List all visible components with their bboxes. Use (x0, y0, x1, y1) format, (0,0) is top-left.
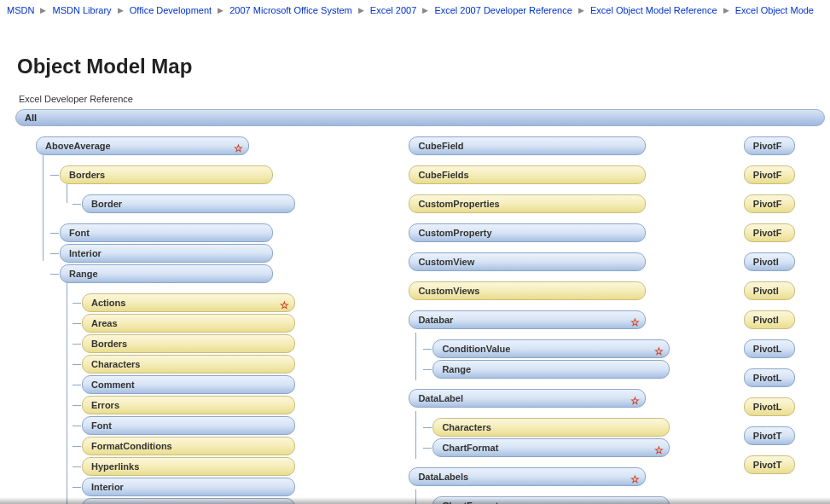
node-interior[interactable]: Interior (60, 244, 273, 263)
node-label: PivotI (753, 286, 779, 296)
node-areas[interactable]: Areas (82, 314, 295, 333)
node-range[interactable]: Range (60, 264, 273, 283)
node-border[interactable]: Border (82, 194, 295, 213)
node-label: CubeField (418, 141, 463, 151)
node-label: PivotL (753, 373, 782, 383)
node-characters2[interactable]: Characters (432, 418, 670, 437)
breadcrumb: MSDN ▶ MSDN Library ▶ Office Development… (0, 0, 830, 15)
node-pivot-0[interactable]: PivotF (744, 136, 795, 155)
node-label: Interior (91, 482, 124, 492)
page-subtitle: Excel Developer Reference (19, 94, 830, 104)
breadcrumb-link[interactable]: Excel 2007 Developer Reference (434, 5, 572, 15)
node-chartformat[interactable]: ChartFormat ☆ (432, 438, 670, 457)
node-pivot-6[interactable]: PivotI (744, 310, 795, 329)
chevron-right-icon: ▶ (40, 6, 46, 14)
breadcrumb-link[interactable]: Excel Object Model Reference (590, 5, 717, 15)
node-label: Borders (91, 339, 127, 349)
node-actions[interactable]: Actions ☆ (82, 293, 295, 312)
node-cubefield[interactable]: CubeField (409, 136, 646, 155)
node-label: Characters (442, 422, 490, 432)
tree-column-a: AboveAverage ☆ Borders Border Font Inter… (26, 136, 373, 504)
node-datalabel[interactable]: DataLabel ☆ (409, 389, 646, 408)
filter-all-label: All (25, 113, 37, 123)
chevron-right-icon: ▶ (218, 6, 223, 14)
node-label: PivotF (753, 170, 782, 180)
star-icon: ☆ (280, 297, 289, 314)
node-font2[interactable]: Font (82, 416, 295, 435)
node-pivot-3[interactable]: PivotF (744, 223, 795, 242)
node-pivot-1[interactable]: PivotF (744, 165, 795, 184)
node-label: ConditionValue (442, 344, 510, 354)
node-label: CustomView (418, 257, 474, 267)
breadcrumb-link[interactable]: Office Development (130, 5, 212, 15)
node-label: PivotT (753, 460, 782, 470)
node-formatconditions[interactable]: FormatConditions (82, 437, 295, 455)
node-label: DataLabels (418, 472, 468, 482)
node-label: PivotF (753, 199, 782, 209)
node-label: ChartFormat (442, 501, 498, 504)
node-comment[interactable]: Comment (82, 375, 295, 394)
node-hyperlinks[interactable]: Hyperlinks (82, 457, 295, 476)
node-databar[interactable]: Databar ☆ (409, 310, 646, 329)
node-chartformat2[interactable]: ChartFormat ☆ (432, 496, 670, 504)
tree-column-b: CubeField CubeFields CustomProperties Cu… (373, 136, 733, 504)
node-datalabels[interactable]: DataLabels ☆ (409, 467, 646, 486)
breadcrumb-link[interactable]: MSDN (7, 5, 34, 15)
node-pivot-9[interactable]: PivotL (744, 397, 795, 416)
filter-all[interactable]: All (15, 109, 825, 126)
node-label: PivotL (753, 344, 782, 354)
node-range2[interactable]: Range (432, 360, 670, 379)
node-aboveaverage[interactable]: AboveAverage ☆ (36, 136, 249, 155)
node-errors[interactable]: Errors (82, 396, 295, 414)
node-label: PivotT (753, 431, 782, 441)
star-icon: ☆ (630, 392, 640, 409)
node-borders[interactable]: Borders (60, 165, 273, 184)
node-characters[interactable]: Characters (82, 355, 295, 374)
node-borders2[interactable]: Borders (82, 334, 295, 353)
node-customviews[interactable]: CustomViews (409, 281, 646, 300)
breadcrumb-link[interactable]: 2007 Microsoft Office System (229, 5, 351, 15)
node-pivot-2[interactable]: PivotF (744, 194, 795, 213)
node-label: PivotF (753, 228, 782, 238)
breadcrumb-link[interactable]: MSDN Library (53, 5, 112, 15)
breadcrumb-link[interactable]: Excel 2007 (370, 5, 416, 15)
star-icon: ☆ (630, 471, 640, 488)
node-pivot-10[interactable]: PivotT (744, 426, 795, 445)
node-label: CustomViews (418, 286, 479, 296)
node-pivot-8[interactable]: PivotL (744, 368, 795, 387)
node-customproperties[interactable]: CustomProperties (409, 194, 646, 213)
node-label: Range (442, 364, 471, 374)
breadcrumb-link[interactable]: Excel Object Mode (735, 5, 814, 15)
star-icon: ☆ (234, 140, 243, 157)
node-label: AboveAverage (45, 141, 111, 151)
node-pivot-7[interactable]: PivotL (744, 339, 795, 358)
node-customview[interactable]: CustomView (409, 252, 646, 271)
page-title: Object Model Map (17, 55, 830, 78)
node-label: Range (69, 269, 98, 279)
node-label: Errors (91, 400, 119, 410)
node-label: Hyperlinks (91, 461, 139, 472)
node-cubefields[interactable]: CubeFields (409, 165, 646, 184)
node-interior2[interactable]: Interior (82, 478, 295, 496)
star-icon: ☆ (654, 500, 664, 504)
node-pivot-4[interactable]: PivotI (744, 252, 795, 271)
star-icon: ☆ (654, 442, 664, 459)
node-label: Border (91, 199, 122, 209)
node-label: ChartFormat (442, 443, 498, 453)
node-listobject[interactable]: ListObject (82, 498, 295, 504)
node-font[interactable]: Font (60, 223, 273, 242)
node-label: CustomProperties (418, 199, 499, 209)
node-label: FormatConditions (91, 441, 172, 451)
node-label: Font (69, 228, 90, 238)
node-label: PivotI (753, 315, 779, 325)
node-label: PivotI (753, 257, 779, 267)
node-customproperty[interactable]: CustomProperty (409, 223, 646, 242)
node-pivot-11[interactable]: PivotT (744, 455, 795, 474)
node-pivot-5[interactable]: PivotI (744, 281, 795, 300)
node-label: DataLabel (418, 393, 463, 403)
chevron-right-icon: ▶ (358, 6, 364, 14)
node-label: Databar (418, 315, 453, 325)
star-icon: ☆ (654, 343, 664, 360)
node-conditionvalue[interactable]: ConditionValue ☆ (432, 339, 670, 358)
node-label: PivotF (753, 141, 782, 151)
